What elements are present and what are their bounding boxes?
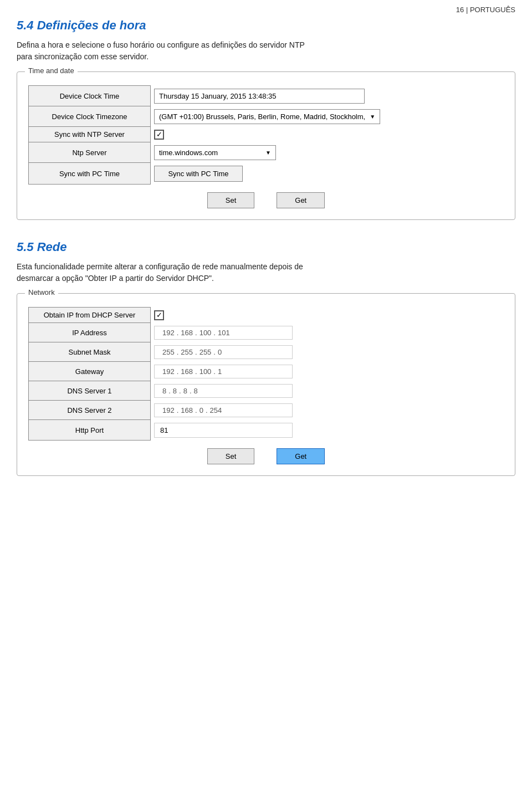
section-time-title: 5.4 Definições de hora (17, 18, 515, 33)
page-header: 16 | PORTUGUÊS (17, 6, 515, 14)
subnet-mask-display: 255 . 255 . 255 . 0 (154, 345, 293, 359)
value-dns-server-1: 8 . 8 . 8 . 8 (151, 381, 504, 401)
dns1-octet-3: 8 (181, 387, 190, 395)
row-obtain-ip-dhcp: Obtain IP from DHCP Server ✓ (29, 308, 504, 323)
label-obtain-ip-dhcp: Obtain IP from DHCP Server (29, 308, 151, 323)
label-dns-server-1: DNS Server 1 (29, 381, 151, 401)
subnet-octet-4: 0 (216, 348, 224, 356)
value-subnet-mask: 255 . 255 . 255 . 0 (151, 342, 504, 362)
network-set-button[interactable]: Set (207, 448, 255, 464)
dns2-octet-4: 254 (208, 406, 224, 414)
page-language: PORTUGUÊS (470, 6, 515, 14)
sync-pc-time-button[interactable]: Sync with PC Time (154, 166, 243, 182)
label-gateway: Gateway (29, 362, 151, 381)
label-sync-ntp: Sync with NTP Server (29, 127, 151, 142)
row-http-port: Http Port 81 (29, 420, 504, 441)
dns2-octet-1: 192 (160, 406, 177, 414)
value-sync-ntp: ✓ (151, 127, 504, 142)
label-ntp-server: Ntp Server (29, 142, 151, 163)
timezone-dropdown-arrow: ▼ (370, 114, 375, 120)
gateway-octet-2: 168 (178, 367, 195, 376)
dns1-octet-2: 8 (171, 387, 179, 395)
ip-octet-2: 168 (178, 329, 195, 337)
row-dns-server-1: DNS Server 1 8 . 8 . 8 . 8 (29, 381, 504, 401)
section-time: 5.4 Definições de hora Defina a hora e s… (17, 18, 515, 220)
device-clock-time-display: Thursday 15 January, 2015 13:48:35 (154, 89, 365, 104)
value-device-clock-timezone: (GMT +01:00) Brussels, Paris, Berlin, Ro… (151, 106, 504, 127)
label-http-port: Http Port (29, 420, 151, 441)
row-sync-ntp: Sync with NTP Server ✓ (29, 127, 504, 142)
label-dns-server-2: DNS Server 2 (29, 401, 151, 420)
network-button-row: Set Get (28, 448, 504, 464)
label-sync-pc-time: Sync with PC Time (29, 163, 151, 185)
label-device-clock-time: Device Clock Time (29, 86, 151, 106)
time-get-button[interactable]: Get (277, 192, 325, 208)
value-dns-server-2: 192 . 168 . 0 . 254 (151, 401, 504, 420)
page-number: 16 (456, 6, 464, 14)
value-device-clock-time: Thursday 15 January, 2015 13:48:35 (151, 86, 504, 106)
value-http-port: 81 (151, 420, 504, 441)
value-sync-pc-time: Sync with PC Time (151, 163, 504, 185)
subnet-octet-3: 255 (197, 348, 214, 356)
dns1-display: 8 . 8 . 8 . 8 (154, 384, 293, 398)
section-time-desc: Defina a hora e selecione o fuso horário… (17, 39, 515, 63)
row-ip-address: IP Address 192 . 168 . 100 . 101 (29, 323, 504, 342)
row-sync-pc-time: Sync with PC Time Sync with PC Time (29, 163, 504, 185)
value-gateway: 192 . 168 . 100 . 1 (151, 362, 504, 381)
label-ip-address: IP Address (29, 323, 151, 342)
subnet-octet-1: 255 (160, 348, 177, 356)
row-device-clock-timezone: Device Clock Timezone (GMT +01:00) Bruss… (29, 106, 504, 127)
gateway-octet-1: 192 (160, 367, 177, 376)
gateway-display: 192 . 168 . 100 . 1 (154, 365, 293, 378)
dhcp-checkbox-cell: ✓ (154, 310, 500, 320)
network-panel-legend: Network (25, 288, 58, 296)
network-get-button[interactable]: Get (277, 448, 325, 464)
time-set-button[interactable]: Set (207, 192, 255, 208)
time-form-table: Device Clock Time Thursday 15 January, 2… (28, 85, 504, 185)
row-dns-server-2: DNS Server 2 192 . 168 . 0 . 254 (29, 401, 504, 420)
value-ntp-server: time.windows.com ▼ (151, 142, 504, 163)
timezone-select[interactable]: (GMT +01:00) Brussels, Paris, Berlin, Ro… (154, 109, 380, 124)
ntp-server-value: time.windows.com (159, 149, 218, 157)
time-button-row: Set Get (28, 192, 504, 208)
dns2-display: 192 . 168 . 0 . 254 (154, 403, 293, 417)
dns1-octet-1: 8 (160, 387, 168, 395)
section-network-desc: Esta funcionalidade permite alterar a co… (17, 261, 515, 284)
page-separator: | (466, 6, 470, 14)
subnet-octet-2: 255 (178, 348, 195, 356)
network-panel: Network Obtain IP from DHCP Server ✓ IP … (17, 293, 515, 476)
ntp-server-select[interactable]: time.windows.com ▼ (154, 145, 276, 160)
label-device-clock-timezone: Device Clock Timezone (29, 106, 151, 127)
timezone-value: (GMT +01:00) Brussels, Paris, Berlin, Ro… (159, 112, 365, 121)
network-form-table: Obtain IP from DHCP Server ✓ IP Address … (28, 307, 504, 441)
ip-octet-1: 192 (160, 329, 177, 337)
dns1-octet-4: 8 (192, 387, 200, 395)
row-ntp-server: Ntp Server time.windows.com ▼ (29, 142, 504, 163)
sync-ntp-checkbox-cell: ✓ (154, 130, 500, 140)
ntp-server-dropdown-arrow: ▼ (265, 150, 271, 156)
dns2-octet-2: 168 (178, 406, 195, 414)
value-obtain-ip-dhcp: ✓ (151, 308, 504, 323)
gateway-octet-3: 100 (197, 367, 214, 376)
http-port-display: 81 (154, 423, 293, 438)
row-subnet-mask: Subnet Mask 255 . 255 . 255 . 0 (29, 342, 504, 362)
sync-ntp-checkbox[interactable]: ✓ (154, 130, 164, 140)
value-ip-address: 192 . 168 . 100 . 101 (151, 323, 504, 342)
time-panel: Time and date Device Clock Time Thursday… (17, 71, 515, 220)
gateway-octet-4: 1 (216, 367, 224, 376)
row-gateway: Gateway 192 . 168 . 100 . 1 (29, 362, 504, 381)
dhcp-checkbox[interactable]: ✓ (154, 310, 164, 320)
section-network: 5.5 Rede Esta funcionalidade permite alt… (17, 240, 515, 476)
ip-octet-3: 100 (197, 329, 214, 337)
ip-address-display: 192 . 168 . 100 . 101 (154, 326, 293, 340)
time-panel-legend: Time and date (25, 66, 78, 75)
row-device-clock-time: Device Clock Time Thursday 15 January, 2… (29, 86, 504, 106)
ip-octet-4: 101 (216, 329, 232, 337)
dns2-octet-3: 0 (197, 406, 206, 414)
label-subnet-mask: Subnet Mask (29, 342, 151, 362)
section-network-title: 5.5 Rede (17, 240, 515, 254)
